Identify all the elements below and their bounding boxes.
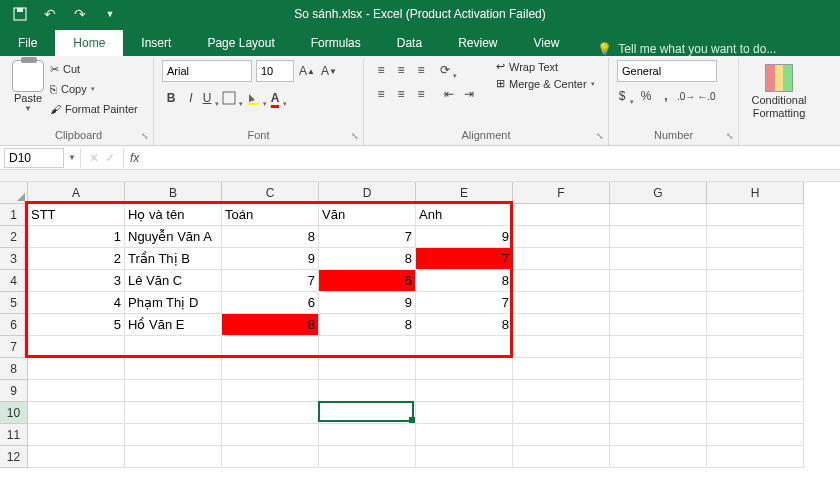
- merge-center-button[interactable]: ⊞Merge & Center▾: [496, 77, 595, 90]
- cell-B8[interactable]: [125, 358, 222, 380]
- cell-F3[interactable]: [513, 248, 610, 270]
- cell-G6[interactable]: [610, 314, 707, 336]
- save-icon[interactable]: [10, 4, 30, 24]
- cell-H6[interactable]: [707, 314, 804, 336]
- cell-D2[interactable]: 7: [319, 226, 416, 248]
- middle-align-button[interactable]: ≡: [392, 60, 410, 80]
- cell-E7[interactable]: [416, 336, 513, 358]
- decrease-indent-button[interactable]: ⇤: [440, 84, 458, 104]
- cell-A10[interactable]: [28, 402, 125, 424]
- cell-D9[interactable]: [319, 380, 416, 402]
- cell-G3[interactable]: [610, 248, 707, 270]
- row-header-2[interactable]: 2: [0, 226, 28, 248]
- cell-E3[interactable]: 7: [416, 248, 513, 270]
- bottom-align-button[interactable]: ≡: [412, 60, 430, 80]
- cell-G10[interactable]: [610, 402, 707, 424]
- column-header-B[interactable]: B: [125, 182, 222, 204]
- shrink-font-button[interactable]: A▼: [320, 61, 338, 81]
- alignment-launcher[interactable]: ⤡: [594, 131, 606, 143]
- cell-B1[interactable]: Họ và tên: [125, 204, 222, 226]
- format-painter-button[interactable]: 🖌Format Painter: [50, 100, 138, 118]
- cell-H10[interactable]: [707, 402, 804, 424]
- qat-dropdown-icon[interactable]: ▼: [100, 4, 120, 24]
- font-color-button[interactable]: A: [270, 88, 288, 108]
- undo-icon[interactable]: ↶: [40, 4, 60, 24]
- cell-C10[interactable]: [222, 402, 319, 424]
- cell-C9[interactable]: [222, 380, 319, 402]
- cell-G9[interactable]: [610, 380, 707, 402]
- cell-C4[interactable]: 7: [222, 270, 319, 292]
- cell-C1[interactable]: Toán: [222, 204, 319, 226]
- cell-B2[interactable]: Nguyễn Văn A: [125, 226, 222, 248]
- increase-indent-button[interactable]: ⇥: [460, 84, 478, 104]
- cell-B4[interactable]: Lê Văn C: [125, 270, 222, 292]
- column-header-D[interactable]: D: [319, 182, 416, 204]
- accounting-format-button[interactable]: $: [617, 86, 635, 106]
- underline-button[interactable]: U: [202, 88, 220, 108]
- tab-page-layout[interactable]: Page Layout: [189, 30, 292, 56]
- cell-G2[interactable]: [610, 226, 707, 248]
- cell-F12[interactable]: [513, 446, 610, 468]
- cell-B11[interactable]: [125, 424, 222, 446]
- cell-D10[interactable]: [319, 402, 416, 424]
- cell-G1[interactable]: [610, 204, 707, 226]
- cell-F8[interactable]: [513, 358, 610, 380]
- align-center-button[interactable]: ≡: [392, 84, 410, 104]
- cell-H12[interactable]: [707, 446, 804, 468]
- top-align-button[interactable]: ≡: [372, 60, 390, 80]
- cell-C6[interactable]: 8: [222, 314, 319, 336]
- cell-D7[interactable]: [319, 336, 416, 358]
- name-box[interactable]: [4, 148, 64, 168]
- cell-H8[interactable]: [707, 358, 804, 380]
- cell-H5[interactable]: [707, 292, 804, 314]
- cell-H1[interactable]: [707, 204, 804, 226]
- font-size-input[interactable]: [256, 60, 294, 82]
- row-header-12[interactable]: 12: [0, 446, 28, 468]
- cell-H9[interactable]: [707, 380, 804, 402]
- cell-E2[interactable]: 9: [416, 226, 513, 248]
- column-header-E[interactable]: E: [416, 182, 513, 204]
- cell-C2[interactable]: 8: [222, 226, 319, 248]
- cell-F7[interactable]: [513, 336, 610, 358]
- tab-view[interactable]: View: [516, 30, 578, 56]
- increase-decimal-button[interactable]: .0→: [677, 86, 695, 106]
- row-header-6[interactable]: 6: [0, 314, 28, 336]
- cell-E6[interactable]: 8: [416, 314, 513, 336]
- cell-F4[interactable]: [513, 270, 610, 292]
- cell-E8[interactable]: [416, 358, 513, 380]
- cell-G4[interactable]: [610, 270, 707, 292]
- cell-G8[interactable]: [610, 358, 707, 380]
- font-name-input[interactable]: [162, 60, 252, 82]
- align-left-button[interactable]: ≡: [372, 84, 390, 104]
- cell-F11[interactable]: [513, 424, 610, 446]
- row-header-3[interactable]: 3: [0, 248, 28, 270]
- cell-G12[interactable]: [610, 446, 707, 468]
- number-launcher[interactable]: ⤡: [724, 131, 736, 143]
- cell-H7[interactable]: [707, 336, 804, 358]
- cell-G5[interactable]: [610, 292, 707, 314]
- cell-A4[interactable]: 3: [28, 270, 125, 292]
- borders-button[interactable]: [222, 88, 244, 108]
- cell-D11[interactable]: [319, 424, 416, 446]
- font-launcher[interactable]: ⤡: [349, 131, 361, 143]
- cell-E1[interactable]: Anh: [416, 204, 513, 226]
- cell-A2[interactable]: 1: [28, 226, 125, 248]
- cell-A12[interactable]: [28, 446, 125, 468]
- cancel-formula-icon[interactable]: ✕: [89, 151, 99, 165]
- cell-E9[interactable]: [416, 380, 513, 402]
- column-header-A[interactable]: A: [28, 182, 125, 204]
- cell-H3[interactable]: [707, 248, 804, 270]
- cell-C12[interactable]: [222, 446, 319, 468]
- align-right-button[interactable]: ≡: [412, 84, 430, 104]
- cell-F10[interactable]: [513, 402, 610, 424]
- cell-F1[interactable]: [513, 204, 610, 226]
- copy-button[interactable]: ⎘Copy▾: [50, 80, 138, 98]
- cell-A5[interactable]: 4: [28, 292, 125, 314]
- comma-button[interactable]: ,: [657, 86, 675, 106]
- clipboard-launcher[interactable]: ⤡: [139, 131, 151, 143]
- cell-F9[interactable]: [513, 380, 610, 402]
- cell-B6[interactable]: Hồ Văn E: [125, 314, 222, 336]
- orientation-button[interactable]: ⟳: [440, 60, 458, 80]
- tab-insert[interactable]: Insert: [123, 30, 189, 56]
- fill-color-button[interactable]: [246, 88, 268, 108]
